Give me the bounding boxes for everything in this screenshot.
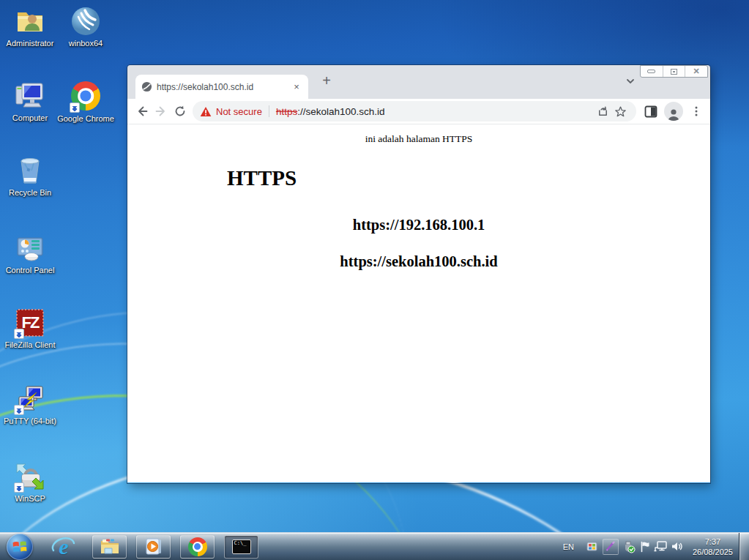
tab-strip: ✕ https://sekolah100.sch.id × + <box>127 65 710 99</box>
filezilla-icon: FZ <box>15 307 45 338</box>
taskbar-internet-explorer[interactable]: e <box>52 535 75 559</box>
media-player-icon <box>144 537 163 556</box>
url-text[interactable]: https://sekolah100.sch.id <box>276 106 385 117</box>
tray-clock[interactable]: 7:37 26/08/2025 <box>693 537 733 557</box>
volume-speaker-icon[interactable] <box>669 539 685 555</box>
shortcut-arrow-icon <box>14 482 24 493</box>
desktop-icon-label: WinSCP <box>1 494 59 504</box>
back-button[interactable] <box>133 102 152 121</box>
taskbar-buttons: C:\_ <box>92 535 258 559</box>
tab-close-button[interactable]: × <box>291 81 302 93</box>
show-desktop-button[interactable] <box>739 533 749 560</box>
shortcut-arrow-icon <box>14 329 24 339</box>
close-icon: ✕ <box>693 67 700 75</box>
close-button[interactable]: ✕ <box>685 66 707 77</box>
menu-kebab-button[interactable] <box>687 102 705 120</box>
desktop-icon-filezilla[interactable]: FZ FileZilla Client <box>1 307 59 350</box>
forward-button[interactable] <box>152 102 171 121</box>
desktop-icon-label: Google Chrome <box>57 114 114 124</box>
start-button[interactable] <box>7 534 33 560</box>
chrome-browser-window: ✕ https://sekolah100.sch.id × + <box>127 65 710 483</box>
url-scheme-struck: https <box>276 106 297 117</box>
tab-search-chevron-icon[interactable] <box>625 76 636 86</box>
taskbar-explorer-button[interactable] <box>92 535 127 559</box>
web-page-content: ini adalah halaman HTTPS HTTPS https://1… <box>127 124 710 482</box>
globe-favicon-icon <box>141 81 152 92</box>
maximize-button[interactable] <box>663 66 685 77</box>
reload-button[interactable] <box>171 102 190 121</box>
desktop-icon-winbox64[interactable]: winbox64 <box>57 6 114 48</box>
taskbar-media-player-button[interactable] <box>136 535 171 559</box>
desktop-icon-label: Computer <box>1 113 59 123</box>
taskbar-chrome-button[interactable] <box>180 535 215 559</box>
desktop-icon-control-panel[interactable]: Control Panel <box>1 233 59 275</box>
computer-icon <box>15 81 45 111</box>
desktop-icon-google-chrome[interactable]: Google Chrome <box>57 81 114 124</box>
winbox-icon <box>70 6 101 37</box>
page-link-ip: https://192.168.100.1 <box>127 217 710 234</box>
page-intro-text: ini adalah halaman HTTPS <box>127 133 710 145</box>
clock-time: 7:37 <box>693 537 733 547</box>
ie-ring-icon <box>51 534 76 559</box>
side-panel-button[interactable] <box>642 102 660 120</box>
address-bar[interactable]: Not secure https://sekolah100.sch.id <box>193 101 636 122</box>
desktop-icon-putty[interactable]: PuTTY (64-bit) <box>1 384 59 426</box>
desktop-icon-label: winbox64 <box>57 39 114 48</box>
not-secure-warning-icon <box>200 106 212 117</box>
browser-toolbar: Not secure https://sekolah100.sch.id <box>127 99 710 124</box>
shortcut-arrow-icon <box>14 405 24 415</box>
profile-avatar[interactable] <box>664 102 683 121</box>
bookmark-star-button[interactable] <box>611 102 629 120</box>
page-link-domain: https://sekolah100.sch.id <box>127 253 710 270</box>
desktop-icon-winscp[interactable]: WinSCP <box>1 461 59 504</box>
share-button[interactable] <box>594 102 611 120</box>
putty-icon <box>15 384 45 414</box>
recycle-bin-icon <box>15 155 45 186</box>
windows-flag-icon <box>12 540 27 553</box>
browser-tab[interactable]: https://sekolah100.sch.id × <box>135 75 308 99</box>
network-status-icon[interactable] <box>653 539 669 555</box>
taskbar-cmd-button[interactable]: C:\_ <box>224 535 258 559</box>
clock-date: 26/08/2025 <box>693 547 733 557</box>
chrome-icon <box>70 81 101 112</box>
desktop-icon-recycle-bin[interactable]: Recycle Bin <box>1 155 59 198</box>
desktop-icon-label: Administrator <box>1 39 59 48</box>
control-panel-icon <box>15 233 45 264</box>
minimize-button[interactable] <box>641 66 663 77</box>
action-center-flag-icon[interactable] <box>637 539 653 555</box>
desktop-icon-administrator[interactable]: Administrator <box>1 6 59 48</box>
desktop-icon-label: Recycle Bin <box>1 188 59 198</box>
page-heading: HTTPS <box>227 166 710 190</box>
system-tray: EN <box>563 533 749 560</box>
taskbar: e <box>0 532 749 560</box>
safely-remove-hardware-icon[interactable] <box>621 539 637 555</box>
windows-desktop: Administrator winbox64 <box>0 0 749 560</box>
winscp-icon <box>15 461 45 492</box>
desktop-icon-label: PuTTY (64-bit) <box>1 417 59 426</box>
minimize-icon <box>647 70 655 73</box>
security-chip-label[interactable]: Not secure <box>216 106 262 117</box>
maximize-icon <box>671 69 677 75</box>
new-tab-button[interactable]: + <box>316 71 337 92</box>
toolbar-right-cluster <box>642 102 705 121</box>
admin-folder-icon <box>15 6 45 37</box>
tray-pen-input-icon[interactable] <box>603 539 619 555</box>
shortcut-arrow-icon <box>70 102 80 113</box>
language-indicator[interactable]: EN <box>563 542 574 551</box>
tray-app-icon[interactable] <box>584 539 600 555</box>
omnibox-separator <box>269 105 269 117</box>
explorer-folder-icon <box>100 538 120 556</box>
window-controls: ✕ <box>640 65 708 78</box>
chrome-icon <box>188 537 207 556</box>
tab-title: https://sekolah100.sch.id <box>157 82 286 92</box>
desktop-icon-computer[interactable]: Computer <box>1 81 59 123</box>
desktop-icon-label: FileZilla Client <box>1 340 59 350</box>
url-rest: ://sekolah100.sch.id <box>297 106 384 117</box>
command-prompt-icon: C:\_ <box>232 540 251 554</box>
desktop-icon-label: Control Panel <box>1 266 59 275</box>
